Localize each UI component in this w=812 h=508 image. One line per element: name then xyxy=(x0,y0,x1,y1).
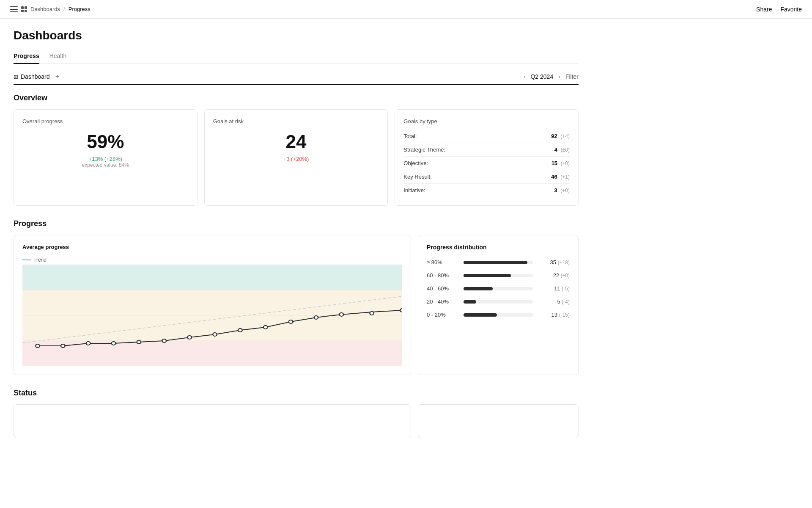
overall-progress-expected: expected value: 84% xyxy=(22,162,189,168)
svg-point-23 xyxy=(263,326,268,329)
favorite-button[interactable]: Favorite xyxy=(780,6,802,13)
grid-icon xyxy=(21,6,27,12)
status-section-title: Status xyxy=(14,389,579,398)
menu-icon[interactable] xyxy=(10,6,18,12)
goals-type-value: 92 (+4) xyxy=(551,133,570,139)
prev-period-button[interactable]: ‹ xyxy=(522,73,527,80)
main-tabs: Progress Health xyxy=(14,49,579,64)
dist-bar-container xyxy=(464,300,533,304)
overview-section-title: Overview xyxy=(14,94,579,102)
progress-section: Progress Average progress Trend xyxy=(14,219,579,375)
trend-legend-line xyxy=(22,260,31,260)
svg-point-27 xyxy=(370,312,374,315)
distribution-row: 0 - 20% 13 (-15) xyxy=(427,312,570,318)
svg-point-16 xyxy=(86,342,91,345)
progress-charts: Average progress Trend xyxy=(14,235,579,375)
goals-by-type-title: Goals by type xyxy=(403,118,570,124)
chart-legend: Trend xyxy=(22,257,402,263)
goals-type-label: Total: xyxy=(403,133,417,139)
breadcrumb-progress: Progress xyxy=(69,6,91,12)
dist-range-label: ≥ 80% xyxy=(427,259,458,265)
dist-range-label: 60 - 80% xyxy=(427,272,458,279)
goals-type-row: Key Result: 46 (+1) xyxy=(403,170,570,184)
goals-at-risk-card: Goals at risk 24 +3 (+20%) xyxy=(204,109,388,206)
goals-type-label: Key Result: xyxy=(403,174,431,180)
svg-point-28 xyxy=(400,309,402,312)
goals-by-type-card: Goals by type Total: 92 (+4) Strategic T… xyxy=(395,109,579,206)
dist-bar xyxy=(464,313,497,317)
overview-cards: Overall progress 59% +13% (+28%) expecte… xyxy=(14,109,579,206)
dist-count: 5 (-4) xyxy=(538,298,570,305)
goals-type-row: Total: 92 (+4) xyxy=(403,130,570,143)
goals-type-value: 15 (±0) xyxy=(551,160,570,166)
dist-count: 22 (±0) xyxy=(538,272,570,279)
status-card-right xyxy=(418,404,579,438)
svg-marker-0 xyxy=(22,265,402,290)
dist-bar-container xyxy=(464,274,533,277)
dist-bar xyxy=(464,300,476,304)
goals-type-label: Initiative: xyxy=(403,187,425,193)
svg-point-20 xyxy=(187,336,192,339)
breadcrumb-sep: / xyxy=(63,6,65,12)
svg-point-24 xyxy=(289,320,293,323)
trend-legend-label: Trend xyxy=(33,257,47,263)
next-period-button[interactable]: › xyxy=(557,73,562,80)
dashboard-tab[interactable]: ⊞ Dashboard xyxy=(14,73,50,80)
breadcrumb-area: Dashboards / Progress xyxy=(10,6,91,12)
overall-progress-delta: +13% (+28%) xyxy=(22,156,189,162)
tab-progress[interactable]: Progress xyxy=(14,49,39,64)
dist-bar-container xyxy=(464,261,533,264)
goals-type-value: 3 (+0) xyxy=(554,187,570,193)
add-dashboard-button[interactable]: + xyxy=(53,72,62,81)
svg-point-15 xyxy=(61,344,65,348)
svg-point-14 xyxy=(36,344,40,348)
distribution-row: 20 - 40% 5 (-4) xyxy=(427,298,570,305)
goals-type-row: Strategic Theme: 4 (±0) xyxy=(403,143,570,157)
dist-count: 35 (+18) xyxy=(538,259,570,265)
goals-by-type-rows: Total: 92 (+4) Strategic Theme: 4 (±0) O… xyxy=(403,130,570,197)
filter-button[interactable]: Filter xyxy=(565,73,579,80)
progress-distribution-title: Progress distribution xyxy=(427,244,570,251)
page-title: Dashboards xyxy=(14,29,579,42)
goals-at-risk-value: 24 xyxy=(213,131,379,152)
dashboard-grid-icon: ⊞ xyxy=(14,74,18,80)
svg-point-21 xyxy=(213,333,217,336)
share-button[interactable]: Share xyxy=(756,6,772,13)
breadcrumb-dashboards[interactable]: Dashboards xyxy=(30,6,60,12)
goals-type-row: Initiative: 3 (+0) xyxy=(403,184,570,197)
goals-type-label: Objective: xyxy=(403,160,428,166)
distribution-row: ≥ 80% 35 (+18) xyxy=(427,259,570,265)
toolbar-left: ⊞ Dashboard + xyxy=(14,72,62,81)
goals-type-label: Strategic Theme: xyxy=(403,146,445,153)
tab-health[interactable]: Health xyxy=(49,49,66,64)
svg-point-25 xyxy=(314,316,318,319)
svg-point-19 xyxy=(162,339,166,342)
overall-progress-card: Overall progress 59% +13% (+28%) expecte… xyxy=(14,109,198,206)
dist-count: 11 (-5) xyxy=(538,285,570,292)
status-section: Status xyxy=(14,389,579,438)
average-progress-chart-card: Average progress Trend xyxy=(14,235,411,375)
goals-type-row: Objective: 15 (±0) xyxy=(403,157,570,170)
period-label: Q2 2024 xyxy=(530,73,553,80)
toolbar-right: ‹ Q2 2024 › Filter xyxy=(522,73,579,80)
dist-bar xyxy=(464,274,511,277)
svg-point-22 xyxy=(238,329,242,332)
goals-at-risk-delta: +3 (+20%) xyxy=(213,156,379,162)
overall-progress-title: Overall progress xyxy=(22,118,189,124)
goals-at-risk-title: Goals at risk xyxy=(213,118,379,124)
dist-range-label: 0 - 20% xyxy=(427,312,458,318)
chart-svg-container: 100 % 75 % 50 % 25 % 0 % xyxy=(22,265,402,366)
dist-count: 13 (-15) xyxy=(538,312,570,318)
svg-point-26 xyxy=(340,313,344,316)
main-content: Dashboards Progress Health ⊞ Dashboard +… xyxy=(0,19,592,448)
progress-section-title: Progress xyxy=(14,219,579,228)
progress-distribution-card: Progress distribution ≥ 80% 35 (+18) 60 … xyxy=(418,235,579,375)
dist-bar-container xyxy=(464,287,533,290)
dist-bar-container xyxy=(464,313,533,317)
dist-range-label: 20 - 40% xyxy=(427,298,458,305)
status-cards xyxy=(14,404,579,438)
dashboard-tab-label: Dashboard xyxy=(21,73,50,80)
top-nav-actions: Share Favorite xyxy=(756,6,802,13)
dist-range-label: 40 - 60% xyxy=(427,285,458,292)
top-navigation: Dashboards / Progress Share Favorite xyxy=(0,0,812,19)
